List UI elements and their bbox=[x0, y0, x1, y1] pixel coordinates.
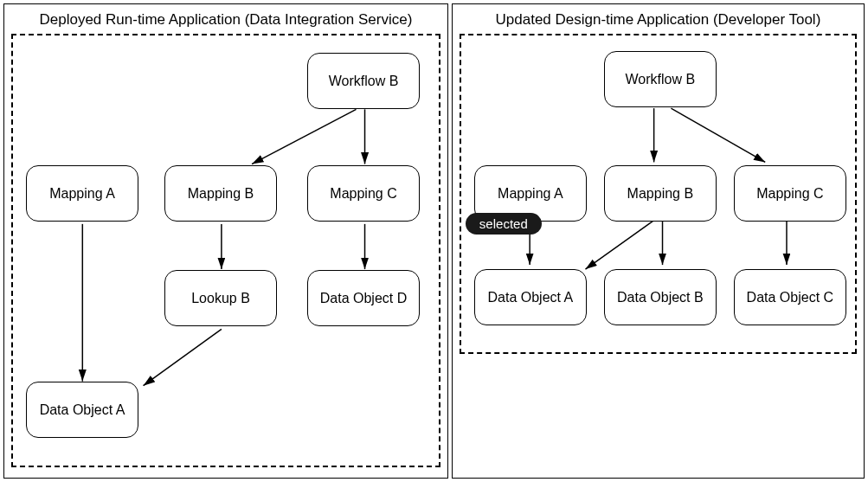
node-label: Mapping A bbox=[49, 186, 115, 202]
node-label: Lookup B bbox=[191, 291, 250, 306]
node-data-object-d-left: Data Object D bbox=[307, 270, 420, 326]
node-mapping-b-right: Mapping B bbox=[604, 165, 717, 222]
node-mapping-c-right: Mapping C bbox=[734, 165, 846, 222]
svg-line-0 bbox=[252, 109, 356, 164]
node-label: Data Object D bbox=[320, 291, 407, 306]
node-data-object-b-right: Data Object B bbox=[604, 269, 717, 325]
svg-line-7 bbox=[671, 108, 765, 162]
node-label: Mapping B bbox=[188, 186, 254, 202]
left-panel-title: Deployed Run-time Application (Data Inte… bbox=[11, 11, 440, 29]
right-panel: Updated Design-time Application (Develop… bbox=[452, 3, 865, 479]
node-label: Workflow B bbox=[626, 72, 696, 87]
node-data-object-c-right: Data Object C bbox=[734, 269, 846, 325]
node-label: Data Object B bbox=[617, 290, 704, 305]
node-mapping-a-left: Mapping A bbox=[26, 165, 138, 222]
svg-line-5 bbox=[144, 329, 222, 385]
node-label: Mapping C bbox=[756, 186, 823, 202]
node-label: Data Object A bbox=[488, 290, 574, 305]
node-workflow-b-right: Workflow B bbox=[604, 51, 717, 107]
selected-badge: selected bbox=[466, 213, 542, 235]
right-panel-title: Updated Design-time Application (Develop… bbox=[460, 11, 857, 29]
node-data-object-a-right: Data Object A bbox=[474, 269, 587, 325]
svg-line-9 bbox=[585, 221, 653, 269]
left-dashed-container: Workflow B Mapping A Mapping B Mapping C… bbox=[11, 34, 440, 467]
node-mapping-b-left: Mapping B bbox=[164, 165, 277, 222]
node-data-object-a-left: Data Object A bbox=[26, 382, 138, 438]
left-panel: Deployed Run-time Application (Data Inte… bbox=[3, 3, 448, 479]
node-mapping-c-left: Mapping C bbox=[307, 165, 420, 222]
node-lookup-b-left: Lookup B bbox=[164, 270, 277, 326]
right-dashed-container: Workflow B Mapping A Mapping B Mapping C… bbox=[460, 34, 857, 354]
node-workflow-b-left: Workflow B bbox=[307, 53, 420, 109]
node-label: Data Object C bbox=[747, 290, 833, 305]
node-label: Mapping A bbox=[498, 186, 563, 202]
node-label: Workflow B bbox=[329, 74, 399, 89]
node-label: Mapping C bbox=[330, 186, 396, 202]
node-label: Mapping B bbox=[627, 186, 694, 202]
node-label: Data Object A bbox=[40, 402, 125, 418]
